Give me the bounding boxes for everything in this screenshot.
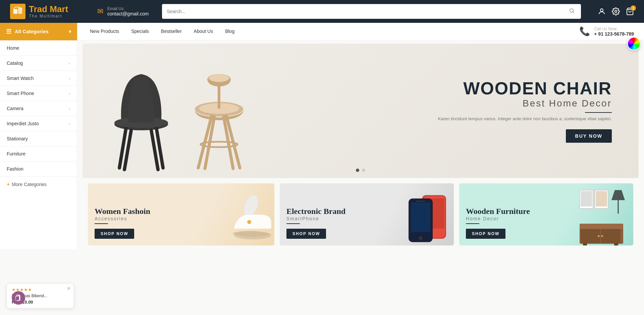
main-content: Home Catalog › Smart Watch › Smart Phone… xyxy=(0,40,644,249)
nav-about-us[interactable]: About Us xyxy=(188,23,219,40)
svg-rect-33 xyxy=(416,200,425,202)
promo-card-electronics: Electronic Brand SmartPhone SHOP NOW xyxy=(280,183,454,245)
hero-subtitle: Best Home Decor xyxy=(257,98,612,109)
call-text: Call Us Now: + 91 123-5678-789 xyxy=(594,27,634,37)
svg-rect-13 xyxy=(133,77,150,87)
sidebar-item-home[interactable]: Home xyxy=(0,41,77,56)
search-button[interactable] xyxy=(568,6,576,17)
sidebar-item-label: Catalog xyxy=(7,60,23,66)
categories-label: All Categories xyxy=(15,29,49,34)
search-input[interactable] xyxy=(167,9,568,14)
svg-point-25 xyxy=(247,220,251,224)
logo-icon xyxy=(10,4,25,19)
call-number: + 91 123-5678-789 xyxy=(594,31,634,37)
svg-point-44 xyxy=(598,235,600,237)
more-categories-label: More Categories xyxy=(12,182,47,187)
promo-women-text: Women Fashoin Accessories SHOP NOW xyxy=(95,207,150,239)
sidebar-item-smart-phone[interactable]: Smart Phone › xyxy=(0,86,77,101)
svg-point-18 xyxy=(209,75,229,82)
svg-point-32 xyxy=(419,236,423,240)
promo-women-title: Women Fashoin xyxy=(95,207,150,216)
sidebar-item-stationary[interactable]: Stationary xyxy=(0,131,77,146)
account-button[interactable] xyxy=(598,7,606,15)
svg-point-45 xyxy=(601,235,603,237)
sidebar-item-label: Home xyxy=(7,45,19,51)
promo-women-divider xyxy=(95,223,108,224)
promo-row: Women Fashoin Accessories SHOP NOW xyxy=(83,178,639,245)
hero-text: WOODEN CHAIR Best Home Decor Karen tinci… xyxy=(257,79,619,143)
hero-dot-1[interactable] xyxy=(356,169,359,172)
svg-rect-0 xyxy=(13,9,17,14)
cart-badge: 1 xyxy=(631,5,636,11)
hero-buy-now-button[interactable]: BUY NOW xyxy=(566,129,612,143)
logo-area: Trad Mart The Multimart xyxy=(10,4,84,19)
email-icon: ✉ xyxy=(97,7,103,16)
sidebar-item-camera[interactable]: Camera › xyxy=(0,101,77,116)
women-promo-image xyxy=(231,185,274,245)
sidebar-item-label: Furniture xyxy=(7,151,25,156)
promo-card-furniture: Wooden Furniture Home Decor SHOP NOW xyxy=(459,183,633,245)
settings-button[interactable] xyxy=(612,7,620,15)
promo-furniture-text: Wooden Furniture Home Decor SHOP NOW xyxy=(466,207,530,239)
cart-button[interactable]: 1 xyxy=(626,7,634,15)
color-wheel-button[interactable] xyxy=(627,37,641,50)
hamburger-icon: ☰ xyxy=(6,28,11,35)
promo-electronics-shop-button[interactable]: SHOP NOW xyxy=(286,229,326,239)
svg-rect-41 xyxy=(580,224,623,229)
navbar: ☰ All Categories ▾ New Products Specials… xyxy=(0,23,644,40)
promo-electronics-title: Electronic Brand xyxy=(286,207,345,216)
nav-specials[interactable]: Specials xyxy=(125,23,155,40)
hero-image xyxy=(96,47,257,175)
sidebar-item-imperdiet[interactable]: Imperdiet Justo › xyxy=(0,116,77,131)
email-area: ✉ Email Us: contact@gmail.com xyxy=(97,6,149,16)
promo-furniture-divider xyxy=(466,223,479,224)
svg-rect-39 xyxy=(596,191,607,207)
svg-point-5 xyxy=(615,10,617,12)
sidebar-item-label: Fashion xyxy=(7,166,23,172)
svg-point-4 xyxy=(600,9,603,11)
email-text: Email Us: contact@gmail.com xyxy=(107,6,149,16)
chevron-right-icon: › xyxy=(69,121,70,126)
header: Trad Mart The Multimart ✉ Email Us: cont… xyxy=(0,0,644,23)
chevron-down-icon: ▾ xyxy=(69,29,71,34)
hero-title: WOODEN CHAIR xyxy=(257,79,612,98)
nav-new-products[interactable]: New Products xyxy=(84,23,125,40)
call-area: 📞 Call Us Now: + 91 123-5678-789 xyxy=(579,26,644,37)
sidebar-item-furniture[interactable]: Furniture xyxy=(0,146,77,162)
svg-rect-31 xyxy=(411,203,430,232)
hero-description: Karen tincidunt tempus varius. Integer a… xyxy=(257,116,612,123)
call-label: Call Us Now: xyxy=(594,27,634,31)
light-chair-svg xyxy=(188,60,250,175)
phone-icon: 📞 xyxy=(579,26,590,37)
sidebar-item-label: Smart Phone xyxy=(7,91,34,96)
svg-line-3 xyxy=(573,12,574,13)
nav-blog[interactable]: Blog xyxy=(219,23,240,40)
sidebar-more-categories[interactable]: + More Categories xyxy=(0,177,77,192)
sidebar-item-catalog[interactable]: Catalog › xyxy=(0,56,77,71)
sidebar-item-fashion[interactable]: Fashion xyxy=(0,162,77,177)
chevron-right-icon: › xyxy=(69,61,70,66)
categories-button[interactable]: ☰ All Categories ▾ xyxy=(0,23,77,40)
svg-rect-37 xyxy=(581,191,592,207)
nav-bestseller[interactable]: Bestseller xyxy=(155,23,187,40)
promo-card-women: Women Fashoin Accessories SHOP NOW xyxy=(88,183,274,245)
svg-marker-35 xyxy=(611,190,625,200)
logo-brand: Trad Mart xyxy=(29,4,68,14)
hero-banner: WOODEN CHAIR Best Home Decor Karen tinci… xyxy=(83,44,639,178)
logo-text: Trad Mart The Multimart xyxy=(29,4,68,19)
hero-dots xyxy=(356,169,365,172)
promo-furniture-subtitle: Home Decor xyxy=(466,216,530,221)
chevron-right-icon: › xyxy=(69,106,70,111)
electronics-promo-image xyxy=(404,188,450,245)
dark-chair-svg xyxy=(106,71,176,175)
sidebar-item-smart-watch[interactable]: Smart Watch › xyxy=(0,71,77,86)
hero-dot-2[interactable] xyxy=(362,169,365,172)
promo-women-subtitle: Accessories xyxy=(95,216,150,221)
promo-furniture-title: Wooden Furniture xyxy=(466,207,530,216)
svg-rect-46 xyxy=(583,243,587,245)
sidebar-item-label: Smart Watch xyxy=(7,76,34,81)
promo-furniture-shop-button[interactable]: SHOP NOW xyxy=(466,229,505,239)
email-label: Email Us: xyxy=(107,6,149,11)
hero-area: WOODEN CHAIR Best Home Decor Karen tinci… xyxy=(77,40,644,249)
promo-women-shop-button[interactable]: SHOP NOW xyxy=(95,229,134,239)
